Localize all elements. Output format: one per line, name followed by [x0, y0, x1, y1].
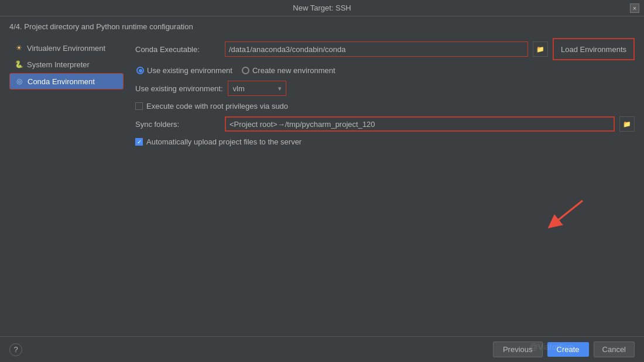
execute-sudo-row[interactable]: Execute code with root privileges via su… — [135, 102, 635, 111]
bottom-right: Previous Create Cancel — [493, 342, 635, 357]
python-icon: 🐍 — [14, 60, 23, 69]
help-button[interactable]: ? — [9, 343, 22, 356]
radio-row: Use existing environment Create new envi… — [135, 66, 635, 75]
dialog-title-text: New Target: SSH — [293, 4, 351, 12]
conda-executable-row: Conda Executable: 📁 Load Environments — [135, 38, 635, 60]
env-select[interactable]: vlm base py39 — [228, 81, 286, 96]
bottom-bar: ? Previous Create Cancel — [0, 336, 644, 362]
folder-icon: 📁 — [536, 46, 544, 53]
create-button[interactable]: Create — [547, 342, 589, 357]
sidebar-item-virtualenv-label: Virtualenv Environment — [27, 44, 105, 53]
use-existing-env-row: Use existing environment: vlm base py39 … — [135, 81, 635, 96]
conda-executable-label: Conda Executable: — [135, 45, 220, 54]
cancel-button[interactable]: Cancel — [594, 342, 635, 357]
env-select-wrapper[interactable]: vlm base py39 ▼ — [228, 81, 286, 96]
sidebar-item-conda[interactable]: ◎ Conda Environment — [9, 73, 124, 89]
use-existing-env-label: Use existing environment: — [135, 84, 223, 93]
radio-use-existing[interactable]: Use existing environment — [136, 66, 232, 75]
radio-use-existing-circle — [136, 67, 144, 74]
virtualenv-icon: ☀ — [14, 43, 23, 53]
conda-executable-browse-btn[interactable]: 📁 — [533, 42, 548, 57]
auto-upload-label: Automatically upload project files to th… — [146, 137, 302, 146]
bottom-left: ? — [9, 343, 22, 356]
radio-create-new-circle — [242, 67, 249, 74]
conda-icon: ◎ — [15, 77, 24, 86]
sync-folders-label: Sync folders: — [135, 120, 220, 129]
sidebar-item-system-interpreter[interactable]: 🐍 System Interpreter — [9, 57, 124, 72]
sidebar-item-system-label: System Interpreter — [27, 60, 90, 69]
radio-use-existing-label: Use existing environment — [147, 66, 232, 75]
title-bar: New Target: SSH × — [0, 0, 644, 16]
radio-create-new-label: Create new environment — [252, 66, 335, 75]
radio-create-new[interactable]: Create new environment — [242, 66, 335, 75]
sidebar-item-conda-label: Conda Environment — [28, 77, 95, 86]
step-label: 4/4. Project directory and Python runtim… — [9, 22, 635, 31]
sync-folders-browse-btn[interactable]: 📁 — [619, 116, 635, 132]
auto-upload-row[interactable]: Automatically upload project files to th… — [135, 137, 635, 146]
load-environments-button[interactable]: Load Environments — [553, 38, 635, 60]
conda-executable-input[interactable] — [225, 42, 528, 57]
sync-folders-row: Sync folders: 📁 — [135, 116, 635, 132]
execute-sudo-label: Execute code with root privileges via su… — [146, 102, 288, 111]
sidebar: ☀ Virtualenv Environment 🐍 System Interp… — [9, 38, 124, 336]
auto-upload-checkbox[interactable] — [135, 138, 143, 146]
execute-sudo-checkbox[interactable] — [135, 102, 143, 110]
sidebar-item-virtualenv[interactable]: ☀ Virtualenv Environment — [9, 40, 124, 56]
previous-button[interactable]: Previous — [493, 342, 543, 357]
sync-folders-input[interactable] — [225, 116, 615, 132]
sync-folder-icon: 📁 — [623, 120, 631, 128]
title-close-button[interactable]: × — [630, 4, 639, 13]
edit-sync-folders-dialog: Edit Sync Folders × + − Local Path /medi… — [135, 204, 521, 336]
